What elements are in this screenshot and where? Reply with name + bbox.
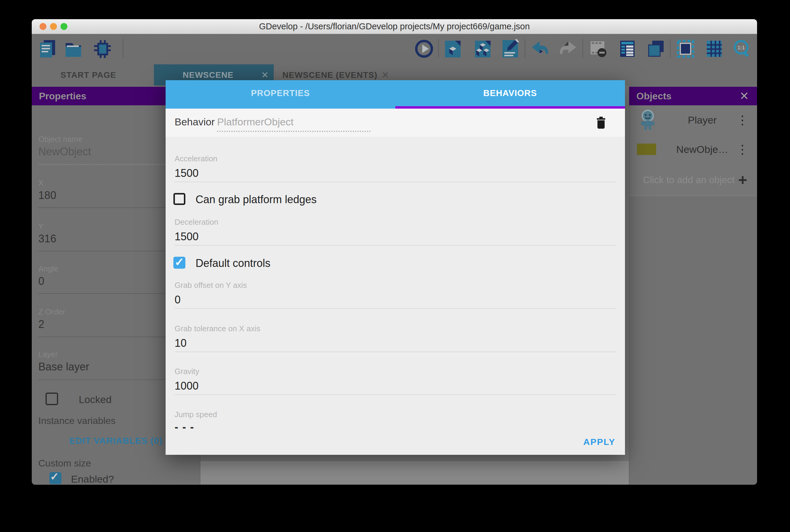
tab-start-page[interactable]: START PAGE ✕	[50, 64, 154, 86]
object-name-input[interactable]: NewObject	[38, 146, 91, 158]
canvas-scroll-area[interactable]	[200, 461, 629, 484]
jump-speed-input[interactable]: - - -	[174, 421, 194, 433]
behavior-label: Behavior	[174, 109, 215, 137]
object-name: NewObje…	[674, 135, 730, 164]
input-underline	[174, 394, 616, 395]
y-input[interactable]: 316	[38, 232, 56, 245]
add-object-prompt: Click to add an object	[643, 164, 735, 196]
new-project-icon[interactable]	[39, 39, 57, 59]
field-label: Object name	[38, 135, 82, 144]
z-order-input[interactable]: 2	[38, 318, 44, 330]
enabled-checkbox[interactable]: ✓	[50, 472, 61, 484]
field-label: X	[38, 178, 43, 188]
events-editor-icon[interactable]	[501, 39, 519, 59]
plus-icon[interactable]: +	[738, 172, 747, 188]
input-underline	[174, 308, 616, 309]
field-label: Jump speed	[174, 410, 217, 419]
toolbar: 1:1	[32, 34, 757, 64]
objects-panel-header: Objects ✕	[629, 87, 757, 105]
field-label: Acceleration	[174, 154, 217, 164]
can-grab-checkbox[interactable]	[173, 193, 185, 205]
toolbar-separator	[583, 39, 583, 58]
input-underline	[174, 245, 616, 246]
field-label: Y	[38, 222, 43, 231]
mask-icon[interactable]	[677, 39, 695, 59]
object-row-player[interactable]: Player ⋮	[629, 105, 757, 135]
window-title: GDevelop - /Users/florian/GDevelop proje…	[32, 19, 757, 34]
object-name: Player	[674, 105, 730, 135]
field-label: Gravity	[174, 367, 199, 376]
locked-label: Locked	[79, 394, 112, 405]
object-row-newobject[interactable]: NewObje… ⋮	[629, 135, 757, 164]
title-bar: GDevelop - /Users/florian/GDevelop proje…	[32, 19, 757, 34]
grid-icon[interactable]	[705, 39, 723, 59]
undo-icon[interactable]	[531, 39, 549, 59]
open-project-icon[interactable]	[65, 39, 82, 59]
instances-list-icon[interactable]	[619, 39, 636, 59]
custom-size-heading: Custom size	[38, 458, 91, 469]
gdevelop-window: GDevelop - /Users/florian/GDevelop proje…	[32, 19, 757, 485]
zoom-1-1-icon[interactable]: 1:1	[733, 39, 751, 59]
field-label: Deceleration	[174, 217, 218, 227]
toolbar-separator	[525, 39, 525, 58]
svg-text:1:1: 1:1	[738, 45, 745, 51]
object-menu-icon[interactable]: ⋮	[736, 143, 748, 155]
panel-title: Objects	[636, 87, 672, 105]
input-underline	[217, 131, 371, 132]
locked-checkbox[interactable]	[45, 393, 58, 405]
preview-disabled-icon[interactable]	[589, 39, 607, 59]
dialog-tab-properties[interactable]: PROPERTIES	[166, 80, 395, 106]
check-icon: ✓	[174, 255, 184, 269]
objects-editor-icon[interactable]	[474, 39, 492, 59]
newobject-thumbnail	[637, 144, 656, 155]
layer-select[interactable]: Base layer	[38, 361, 89, 373]
input-underline	[174, 182, 616, 182]
input-underline	[174, 352, 616, 352]
objects-panel: Objects ✕ Player ⋮ NewObj	[629, 86, 757, 485]
deceleration-input[interactable]: 1500	[174, 230, 199, 243]
default-controls-label: Default controls	[196, 257, 271, 270]
tab-label: START PAGE	[60, 64, 116, 86]
apply-button[interactable]: APPLY	[583, 437, 616, 447]
player-thumbnail	[639, 110, 656, 131]
behavior-name-input[interactable]: PlatformerObject	[217, 109, 293, 137]
panel-title: Properties	[39, 87, 86, 105]
add-object-row[interactable]: Click to add an object +	[629, 164, 757, 196]
behavior-dialog: PROPERTIES BEHAVIORS Behavior Platformer…	[166, 80, 625, 455]
scene-editor-icon[interactable]	[444, 39, 462, 59]
grab-tolerance-input[interactable]: 10	[174, 337, 187, 349]
field-label: Grab tolerance on X axis	[174, 324, 260, 333]
gravity-input[interactable]: 1000	[174, 380, 199, 392]
field-label: Z Order	[38, 307, 65, 317]
close-panel-icon[interactable]: ✕	[739, 87, 749, 105]
angle-input[interactable]: 0	[38, 275, 44, 287]
field-label: Angle	[38, 264, 58, 273]
grab-offset-input[interactable]: 0	[174, 293, 181, 306]
can-grab-label: Can grab platform ledges	[196, 193, 316, 206]
x-input[interactable]: 180	[38, 189, 56, 202]
delete-behavior-icon[interactable]	[596, 116, 606, 130]
active-tab-indicator	[395, 106, 625, 109]
field-label: Grab offset on Y axis	[174, 281, 247, 290]
toolbar-separator	[123, 39, 123, 58]
object-menu-icon[interactable]: ⋮	[736, 114, 748, 126]
toolbar-separator	[438, 39, 439, 58]
enabled-label: Enabled?	[71, 473, 114, 485]
layers-icon[interactable]	[647, 39, 665, 59]
behavior-name-row: Behavior PlatformerObject	[166, 109, 625, 137]
field-label: Layer	[38, 350, 58, 359]
play-icon[interactable]	[415, 39, 433, 59]
redo-icon[interactable]	[559, 39, 577, 59]
dialog-tab-bar: PROPERTIES BEHAVIORS	[166, 80, 625, 109]
acceleration-input[interactable]: 1500	[174, 167, 199, 179]
screen: GDevelop - /Users/florian/GDevelop proje…	[0, 0, 790, 532]
default-controls-checkbox[interactable]: ✓	[173, 257, 185, 269]
export-icon[interactable]	[93, 39, 111, 59]
check-icon: ✓	[50, 470, 59, 483]
dialog-tab-behaviors[interactable]: BEHAVIORS	[395, 80, 625, 106]
instance-variables-heading: Instance variables	[38, 415, 115, 426]
toolbar-separator	[670, 39, 670, 58]
